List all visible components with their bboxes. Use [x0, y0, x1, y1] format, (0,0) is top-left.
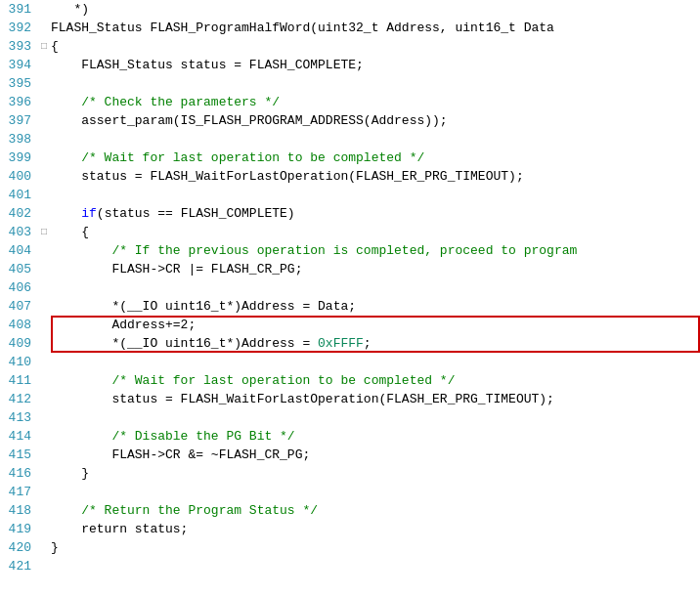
line-number: 401: [0, 186, 37, 204]
line-number: 415: [0, 446, 37, 464]
code-text: [51, 557, 59, 575]
code-line-405: 405 FLASH->CR |= FLASH_CR_PG;: [0, 260, 700, 278]
code-line-393: 393 □ {: [0, 37, 700, 56]
line-number: 407: [0, 297, 37, 316]
code-text: /* Wait for last operation to be complet…: [51, 149, 424, 167]
code-text: status = FLASH_WaitForLastOperation(FLAS…: [51, 390, 554, 408]
fold-indicator: [37, 149, 51, 167]
code-line-391: 391 *): [0, 0, 700, 19]
line-number: 413: [0, 408, 37, 427]
fold-indicator: [37, 390, 51, 408]
line-number: 419: [0, 520, 37, 538]
line-number: 405: [0, 260, 37, 278]
fold-indicator: [37, 408, 51, 427]
fold-indicator: [37, 371, 51, 390]
fold-indicator: [37, 74, 51, 93]
fold-indicator[interactable]: □: [37, 37, 51, 56]
code-text: }: [51, 538, 59, 557]
code-text: /* Wait for last operation to be complet…: [51, 371, 455, 390]
code-text: [51, 408, 59, 427]
fold-indicator: [37, 130, 51, 149]
code-line-409: 409 *(__IO uint16_t*)Address = 0xFFFF;: [0, 334, 700, 353]
code-editor: 391 *) 392 FLASH_Status FLASH_ProgramHal…: [0, 0, 700, 596]
code-line-397: 397 assert_param(IS_FLASH_PROGRAM_ADDRES…: [0, 111, 700, 130]
code-line-395: 395: [0, 74, 700, 93]
line-number: 396: [0, 93, 37, 111]
code-line-414: 414 /* Disable the PG Bit */: [0, 427, 700, 446]
fold-indicator: [37, 186, 51, 204]
code-line-418: 418 /* Return the Program Status */: [0, 501, 700, 520]
code-text: /* Check the parameters */: [51, 93, 280, 111]
line-number: 402: [0, 204, 37, 223]
line-number: 409: [0, 334, 37, 353]
code-line-401: 401: [0, 186, 700, 204]
code-text: Address+=2;: [51, 316, 196, 334]
code-text: [51, 130, 59, 149]
code-line-408: 408 Address+=2;: [0, 316, 700, 334]
fold-indicator: [37, 167, 51, 186]
code-text: assert_param(IS_FLASH_PROGRAM_ADDRESS(Ad…: [51, 111, 448, 130]
fold-indicator: [37, 538, 51, 557]
code-text: }: [51, 464, 89, 483]
fold-indicator: [37, 427, 51, 446]
code-text: /* Return the Program Status */: [51, 501, 318, 520]
code-line-419: 419 return status;: [0, 520, 700, 538]
fold-indicator: [37, 520, 51, 538]
line-number: 412: [0, 390, 37, 408]
fold-indicator: [37, 241, 51, 260]
line-number: 394: [0, 56, 37, 74]
line-number: 417: [0, 483, 37, 501]
code-line-396: 396 /* Check the parameters */: [0, 93, 700, 111]
fold-indicator: [37, 56, 51, 74]
code-line-407: 407 *(__IO uint16_t*)Address = Data;: [0, 297, 700, 316]
code-text: /* If the previous operation is complete…: [51, 241, 577, 260]
code-line-415: 415 FLASH->CR &= ~FLASH_CR_PG;: [0, 446, 700, 464]
code-text: {: [51, 37, 59, 56]
fold-indicator: [37, 260, 51, 278]
fold-indicator: [37, 93, 51, 111]
code-line-398: 398: [0, 130, 700, 149]
line-number: 418: [0, 501, 37, 520]
line-number: 397: [0, 111, 37, 130]
code-text: return status;: [51, 520, 188, 538]
line-number: 408: [0, 316, 37, 334]
line-number: 391: [0, 0, 37, 19]
fold-indicator: [37, 334, 51, 353]
line-number: 398: [0, 130, 37, 149]
code-text: FLASH->CR &= ~FLASH_CR_PG;: [51, 446, 310, 464]
code-line-406: 406: [0, 278, 700, 297]
fold-indicator: [37, 297, 51, 316]
fold-indicator: [37, 111, 51, 130]
fold-indicator: [37, 278, 51, 297]
code-line-392: 392 FLASH_Status FLASH_ProgramHalfWord(u…: [0, 19, 700, 37]
fold-indicator[interactable]: □: [37, 223, 51, 241]
code-text: status = FLASH_WaitForLastOperation(FLAS…: [51, 167, 524, 186]
line-number: 404: [0, 241, 37, 260]
line-number: 420: [0, 538, 37, 557]
code-text: *(__IO uint16_t*)Address = Data;: [51, 297, 356, 316]
line-number: 395: [0, 74, 37, 93]
code-line-410: 410: [0, 353, 700, 371]
code-text: [51, 278, 59, 297]
code-text: [51, 74, 59, 93]
code-line-417: 417: [0, 483, 700, 501]
code-text: [51, 186, 59, 204]
code-line-411: 411 /* Wait for last operation to be com…: [0, 371, 700, 390]
code-text: if(status == FLASH_COMPLETE): [51, 204, 295, 223]
code-text: *(__IO uint16_t*)Address = 0xFFFF;: [51, 334, 372, 353]
line-number: 411: [0, 371, 37, 390]
code-line-420: 420 }: [0, 538, 700, 557]
fold-indicator: [37, 353, 51, 371]
fold-indicator: [37, 204, 51, 223]
code-text: FLASH_Status status = FLASH_COMPLETE;: [51, 56, 364, 74]
code-line-413: 413: [0, 408, 700, 427]
code-text: {: [51, 223, 89, 241]
line-number: 406: [0, 278, 37, 297]
code-line-402: 402 if(status == FLASH_COMPLETE): [0, 204, 700, 223]
line-number: 400: [0, 167, 37, 186]
code-line-400: 400 status = FLASH_WaitForLastOperation(…: [0, 167, 700, 186]
code-line-403: 403 □ {: [0, 223, 700, 241]
code-text: FLASH_Status FLASH_ProgramHalfWord(uint3…: [51, 19, 554, 37]
code-line-412: 412 status = FLASH_WaitForLastOperation(…: [0, 390, 700, 408]
code-line-399: 399 /* Wait for last operation to be com…: [0, 149, 700, 167]
